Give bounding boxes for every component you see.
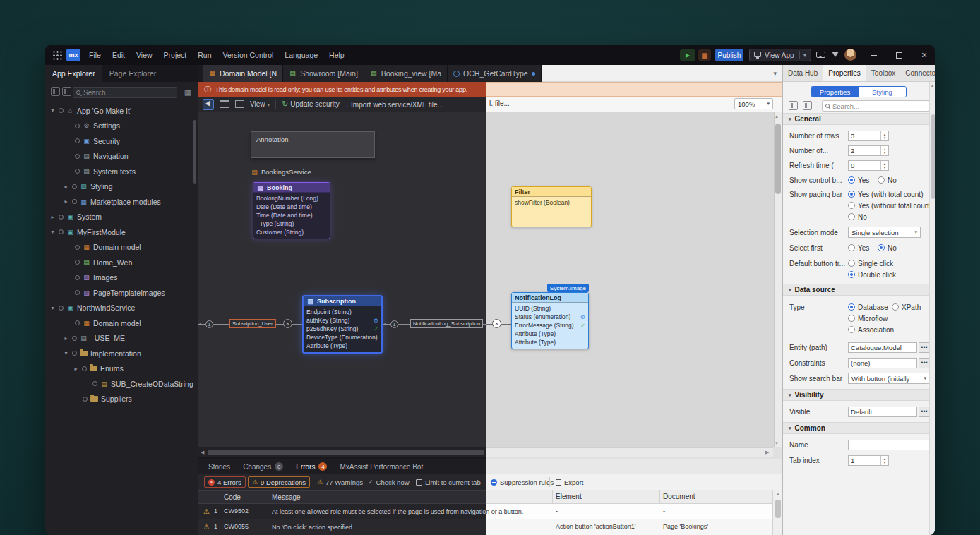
chevron-right-icon[interactable]: ▸ (49, 214, 56, 220)
filter-errors-button[interactable]: ×4 Errors (204, 476, 246, 488)
scroll-up-icon[interactable]: ▲ (931, 83, 934, 88)
menu-file[interactable]: File (83, 51, 107, 59)
chevron-down-icon[interactable]: ▾ (49, 107, 56, 114)
tree-item-settings[interactable]: ⚙Settings (45, 119, 198, 134)
radio-yes-with-total[interactable] (848, 191, 855, 198)
scroll-down-icon[interactable]: ▼ (775, 441, 779, 445)
column-element[interactable]: Element (556, 493, 582, 500)
tree-item-use-me[interactable]: ▸▤_USE_ME (45, 331, 198, 347)
tab-showroom[interactable]: ▤Showroom [Main] (283, 65, 364, 82)
entity-booking[interactable]: ▤Booking BookingNumber (Long) Date (Date… (253, 182, 330, 239)
entity-filter[interactable]: Filter showFilter (Boolean) (511, 186, 592, 227)
stepper-arrows-icon[interactable]: ▴▾ (880, 161, 888, 170)
tree-item-myfirstmodule[interactable]: ▾▣MyFirstModule (45, 224, 198, 240)
browse-ellipsis-icon[interactable]: ••• (919, 407, 930, 417)
tree-item-suppliers[interactable]: Suppliers (45, 392, 198, 407)
tree-item-styling[interactable]: ▸▨Styling (45, 179, 198, 195)
tree-item-domain-model-2[interactable]: ▦Domain model (45, 315, 198, 331)
association-label-notificationlog-subscription[interactable]: NotificationLog_Subscription (410, 319, 483, 328)
tab-connector[interactable]: Connector (900, 65, 935, 81)
tab-list-chevron-icon[interactable]: ▾ (773, 70, 777, 77)
export-button[interactable]: Export (556, 476, 583, 488)
radio-single-click[interactable] (848, 260, 855, 267)
tree-item-security[interactable]: ▣Security (45, 133, 198, 149)
chevron-down-icon[interactable]: ▾ (49, 229, 56, 235)
app-grid-icon[interactable] (52, 50, 63, 61)
tab-booking-view[interactable]: ▤Booking_view [Ma (364, 65, 448, 82)
tab-domain-model[interactable]: ▦Domain Model [N (203, 65, 283, 82)
tab-page-explorer[interactable]: Page Explorer (102, 65, 164, 82)
radio-yes[interactable] (848, 176, 855, 184)
tree-item-system-texts[interactable]: ▤System texts (45, 164, 198, 179)
properties-search-input[interactable] (832, 102, 926, 110)
expand-sections-icon[interactable] (803, 101, 812, 110)
limit-to-current-tab-button[interactable]: Limit to current tab (416, 476, 481, 488)
canvas-surface-dark[interactable] (198, 112, 486, 447)
zoom-select[interactable]: 100%▾ (734, 98, 773, 109)
run-app-button[interactable]: ▶ (680, 49, 695, 61)
maximize-button[interactable] (888, 45, 909, 65)
chevron-right-icon[interactable]: ▸ (63, 198, 69, 205)
radio-no[interactable] (878, 176, 885, 184)
chevron-down-icon[interactable]: ▾ (803, 52, 806, 59)
chevron-down-icon[interactable]: ▾ (63, 350, 69, 356)
annotation-box[interactable]: Annotation (251, 131, 375, 158)
tab-mxassist-performance-bot[interactable]: MxAssist Performance Bot (340, 463, 423, 471)
tab-app-explorer[interactable]: App Explorer (45, 65, 102, 82)
radio-no[interactable] (878, 244, 885, 251)
section-data-source[interactable]: ▾Data source (783, 284, 930, 296)
import-ws-button[interactable]: ↓ Import web service/XML file... (345, 100, 443, 109)
entity-path-input[interactable]: Catalogue.Model (848, 342, 917, 353)
chat-icon[interactable] (816, 52, 825, 58)
filter-warnings-button[interactable]: ⚠77 Warnings (317, 476, 363, 488)
segment-styling[interactable]: Styling (859, 87, 906, 97)
tree-item-marketplace-modules[interactable]: ▸▦Marketplace modules (45, 194, 198, 210)
close-button[interactable]: × (914, 45, 935, 65)
publish-button[interactable]: Publish (715, 49, 743, 61)
view-dropdown[interactable]: View ▾ (250, 100, 270, 108)
tab-index-stepper[interactable]: 1▴▾ (848, 455, 889, 466)
browse-ellipsis-icon[interactable]: ••• (919, 342, 930, 353)
search-input[interactable] (83, 89, 174, 97)
scroll-up-icon[interactable]: ▲ (776, 492, 780, 496)
scrollbar-thumb[interactable] (775, 500, 781, 518)
radio-association[interactable] (848, 326, 855, 333)
radio-yes[interactable] (848, 244, 855, 251)
tab-stories[interactable]: Stories (208, 463, 230, 471)
chevron-down-icon[interactable]: ▾ (49, 305, 56, 311)
tree-item-app[interactable]: ▾⌂App 'Go Make It' (45, 103, 198, 119)
scrollbar-thumb[interactable] (775, 124, 781, 194)
segment-properties[interactable]: Properties (811, 87, 859, 97)
tree-item-domain-model[interactable]: ▦Domain model (45, 240, 198, 256)
selection-mode-dropdown[interactable]: Single selection▾ (848, 227, 921, 238)
menu-edit[interactable]: Edit (107, 51, 131, 59)
stepper-arrows-icon[interactable]: ▴▾ (880, 456, 888, 465)
column-message[interactable]: Message (272, 493, 301, 501)
minimize-button[interactable] (863, 45, 884, 65)
scrollbar-thumb[interactable] (208, 450, 484, 455)
canvas-surface-light[interactable] (486, 112, 774, 447)
radio-no[interactable] (848, 213, 855, 220)
menu-project[interactable]: Project (158, 51, 193, 59)
section-visibility[interactable]: ▾Visibility (783, 389, 930, 401)
tab-changes[interactable]: Changes0 (243, 462, 283, 471)
check-now-button[interactable]: ✓Check now (368, 476, 410, 488)
constraints-input[interactable]: (none) (848, 358, 917, 368)
tree-item-northwindservice[interactable]: ▾▣NorthwindService (45, 301, 198, 316)
entity-tool-icon[interactable] (220, 100, 229, 108)
number-of-rows-stepper[interactable]: 3▴▾ (848, 131, 889, 141)
association-label-subscription-user[interactable]: Subsription_User (229, 319, 276, 328)
radio-database[interactable] (848, 303, 855, 311)
menu-view[interactable]: View (131, 51, 158, 59)
menu-version-control[interactable]: Version Control (217, 51, 280, 59)
error-row-2[interactable]: ⚠ 1 CW0055 No 'On click' action specifie… (198, 519, 782, 535)
mendix-logo[interactable]: mx (66, 49, 80, 61)
scroll-right-icon[interactable]: ▶ (765, 450, 769, 455)
radio-microflow[interactable] (848, 315, 855, 322)
bookings-service-label[interactable]: ▤ BookingsService (251, 168, 311, 176)
radio-xpath[interactable] (892, 303, 899, 311)
tree-item-navigation[interactable]: ▤Navigation (45, 149, 198, 164)
stepper-arrows-icon[interactable]: ▴▾ (880, 131, 888, 140)
collapse-sections-icon[interactable] (789, 101, 798, 110)
canvas-horizontal-scrollbar-light[interactable] (486, 447, 782, 457)
